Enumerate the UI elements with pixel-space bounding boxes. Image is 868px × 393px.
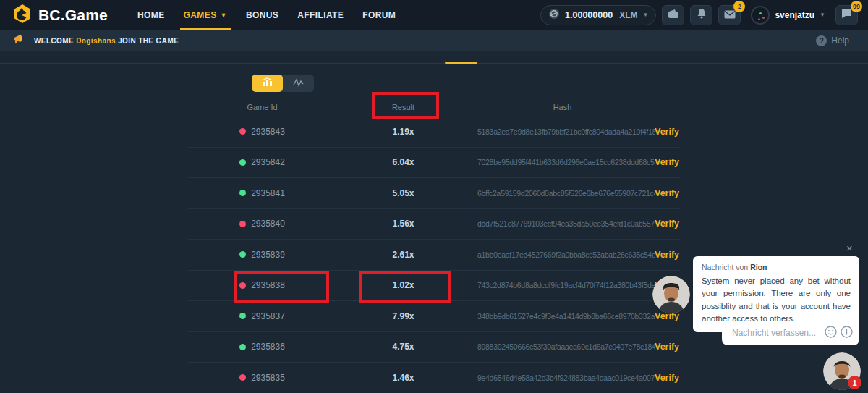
game-id-cell[interactable]: 2935841	[188, 188, 336, 198]
question-mark-icon: ?	[816, 35, 827, 46]
scroll-indicator-bar[interactable]	[445, 62, 477, 64]
brand-name: BC.Game	[38, 7, 108, 24]
wallet-icon	[668, 9, 679, 22]
game-id-cell[interactable]: 2935839	[188, 250, 336, 260]
game-id-cell[interactable]: 2935843	[188, 127, 336, 137]
trend-view-button[interactable]	[283, 75, 314, 92]
brand-logo[interactable]: BC.Game	[13, 4, 108, 27]
messages-button[interactable]: 2	[718, 5, 741, 25]
game-id-value: 2935840	[251, 219, 285, 229]
table-row: 2935840 1.56x ddd7f521e87769103ecf94ea35…	[188, 209, 680, 240]
player-name: Dogishans	[76, 37, 116, 45]
verify-link[interactable]: Verify	[655, 127, 680, 137]
result-cell: 7.99x	[336, 311, 470, 321]
chat-bubble-icon	[841, 9, 852, 22]
nav-affiliate[interactable]: AFFILIATE	[288, 0, 353, 30]
messages-badge: 2	[733, 1, 745, 12]
help-button[interactable]: ? Help	[816, 35, 849, 46]
wallet-button[interactable]	[662, 5, 684, 25]
header-right: 1.00000000 XLM ▼	[540, 5, 858, 25]
result-cell: 1.46x	[336, 373, 470, 383]
verify-link[interactable]: Verify	[655, 219, 680, 229]
chat-input-icons	[825, 326, 853, 341]
emoji-icon[interactable]	[825, 326, 837, 341]
notifications-button[interactable]	[690, 5, 712, 25]
game-id-value: 2935839	[251, 250, 285, 260]
result-cell: 1.19x	[336, 127, 470, 137]
chat-unread-badge: 99	[851, 1, 862, 12]
nav-bonus[interactable]: BONUS	[237, 0, 288, 30]
game-id-cell[interactable]: 2935837	[188, 311, 336, 321]
table-row: 2935839 2.61x a1bb0eaaf17ed4527669f2a0bb…	[188, 240, 680, 271]
chat-input-container	[722, 321, 859, 345]
user-avatar	[751, 6, 770, 25]
game-id-value: 2935841	[251, 188, 285, 198]
result-cell: 5.05x	[336, 188, 470, 198]
game-id-value: 2935835	[251, 373, 285, 383]
annotation-box-result-1-02x	[359, 271, 451, 303]
balance-currency: XLM	[619, 10, 637, 20]
balance-selector[interactable]: 1.00000000 XLM ▼	[540, 5, 656, 25]
bell-icon	[697, 8, 707, 22]
hash-cell: 9e4d6546d4e58a42d3b4f924883baa4daac019ce…	[470, 373, 655, 382]
chat-message-text: System never placed any bet without your…	[702, 275, 851, 325]
hash-cell: ddd7f521e87769103ecf94ea35da50ee354efd1c…	[470, 219, 655, 228]
hash-cell: 7028be95dd95f441b633d6d296e0ae15cc6238dd…	[470, 158, 655, 166]
game-id-cell[interactable]: 2935835	[188, 373, 336, 383]
game-id-value: 2935843	[251, 127, 285, 137]
hash-cell: 5183a2ea7e9d8e13fb79bbf21bc9ffc804dada4a…	[470, 127, 655, 136]
verify-link[interactable]: Verify	[655, 373, 680, 383]
game-id-value: 2935837	[251, 311, 285, 321]
chevron-down-icon: ▼	[221, 12, 227, 19]
hash-cell: 743c2d874b6d8a8dcdf9fc19acf4d70f74f12a38…	[470, 281, 655, 290]
status-dot	[239, 374, 246, 381]
result-cell: 4.75x	[336, 342, 470, 352]
chat-close-button[interactable]: ×	[846, 242, 853, 254]
pulse-chart-icon	[293, 77, 304, 90]
list-view-button[interactable]	[252, 75, 283, 92]
nav-games[interactable]: GAMES ▼	[174, 0, 237, 30]
verify-link[interactable]: Verify	[655, 157, 680, 167]
verify-link[interactable]: Verify	[655, 188, 680, 198]
game-history-table: Game Id Result Hash 2935843 1.19x 5183a2…	[188, 98, 680, 393]
coin-icon	[548, 8, 560, 22]
user-menu[interactable]: svenjatzu ▼	[751, 6, 825, 25]
status-dot	[239, 344, 246, 350]
result-cell: 2.61x	[336, 250, 470, 260]
chat-message-input[interactable]	[722, 328, 825, 338]
column-header-game-id: Game Id	[188, 103, 336, 111]
table-body: 2935843 1.19x 5183a2ea7e9d8e13fb79bbf21b…	[188, 117, 680, 393]
info-icon[interactable]	[841, 326, 853, 341]
hash-cell: 6bffc2a59159d2060d0abc85f526e6be676e5590…	[470, 189, 655, 198]
balance-amount: 1.00000000	[565, 10, 613, 20]
chat-sender-avatar	[652, 276, 690, 313]
bcgame-logo-icon	[13, 4, 32, 27]
chat-toggle-button[interactable]: 99	[835, 5, 858, 25]
result-cell: 6.04x	[336, 157, 470, 167]
game-id-cell[interactable]: 2935836	[188, 342, 336, 352]
table-row: 2935843 1.19x 5183a2ea7e9d8e13fb79bbf21b…	[188, 117, 680, 148]
table-row: 2935835 1.46x 9e4d6546d4e58a42d3b4f92488…	[188, 363, 680, 393]
chevron-down-icon: ▼	[820, 12, 825, 18]
table-row: 2935841 5.05x 6bffc2a59159d2060d0abc85f5…	[188, 178, 680, 209]
nav-forum[interactable]: FORUM	[353, 0, 405, 30]
chat-launcher-badge: 1	[848, 376, 861, 389]
game-id-cell[interactable]: 2935840	[188, 219, 336, 229]
column-header-hash: Hash	[470, 103, 655, 111]
hash-cell: 348bb9db61527e4c9f3e4a1414d9b8ba66ce8970…	[470, 312, 655, 321]
verify-link[interactable]: Verify	[655, 250, 680, 260]
announcement-bar: WELCOME Dogishans JOIN THE GAME ? Help	[0, 30, 868, 51]
game-id-value: 2935842	[251, 157, 285, 167]
nav-home[interactable]: HOME	[128, 0, 174, 30]
status-dot	[239, 190, 246, 196]
status-dot	[239, 159, 246, 166]
chat-sender-name: Rion	[750, 263, 767, 271]
verify-link[interactable]: Verify	[655, 342, 680, 352]
chat-message-from: Nachricht von Rion	[702, 263, 851, 271]
announcement-content[interactable]: WELCOME Dogishans JOIN THE GAME	[13, 34, 179, 47]
table-row: 2935837 7.99x 348bb9db61527e4c9f3e4a1414…	[188, 301, 680, 332]
game-id-cell[interactable]: 2935842	[188, 157, 336, 167]
active-tab-underline	[180, 28, 231, 30]
game-id-value: 2935836	[251, 342, 285, 352]
status-dot	[239, 221, 246, 227]
